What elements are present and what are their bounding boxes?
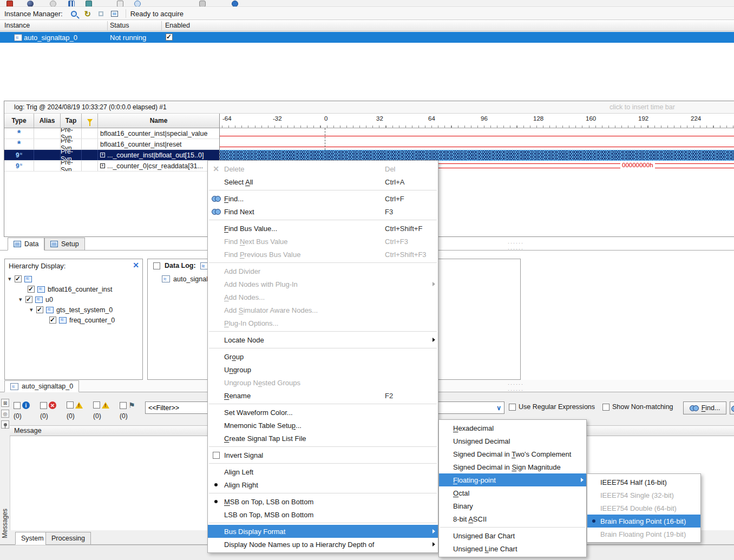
filter-column-button[interactable] [82, 114, 98, 128]
menu-item-bus-display-format[interactable]: Bus Display Format [208, 525, 438, 538]
run-analysis-button[interactable] [68, 8, 80, 19]
instance-enabled-checkbox[interactable] [166, 34, 173, 41]
read-data-button[interactable] [109, 8, 121, 19]
menu-item-brain-float-16[interactable]: Brain Floating Point (16-bit) [587, 515, 700, 528]
menu-item-msb-on-top[interactable]: MSB on Top, LSB on Bottom [208, 495, 438, 508]
collapse-arrow-icon[interactable]: ▾ [19, 296, 25, 303]
tree-node[interactable]: ▾ gts_test_system_0 [5, 305, 113, 315]
node-checkbox[interactable] [25, 296, 32, 303]
message-filter-input[interactable] [145, 401, 209, 414]
settings-icon[interactable] [199, 1, 206, 7]
messages-pin-button[interactable] [1, 420, 9, 429]
menu-item-display-node-names-depth[interactable]: Display Node Names up to a Hierarchy Dep… [208, 538, 438, 551]
signal-row-selected[interactable]: 9 Pre-Syn +..._counter_inst|bfloat_out[1… [4, 150, 219, 161]
menu-item-find-next[interactable]: Find NextF3 [208, 205, 438, 218]
splitter-handle[interactable]: ······ [508, 241, 524, 245]
menu-item-hexadecimal[interactable]: Hexadecimal [439, 421, 586, 434]
instance-row[interactable]: auto_signaltap_0 Not running [0, 32, 734, 43]
signal-row[interactable]: * Pre-Syn bfloat16_counter_inst|special_… [4, 128, 219, 139]
splitter-handle[interactable]: ······ [508, 247, 524, 251]
menu-item-binary[interactable]: Binary [439, 499, 586, 512]
close-icon[interactable]: ✕ [133, 261, 139, 269]
expand-icon[interactable]: + [100, 153, 105, 157]
node-checkbox[interactable] [49, 317, 56, 324]
column-tap[interactable]: Tap [61, 114, 82, 128]
menu-item-lsb-on-top[interactable]: LSB on Top, MSB on Bottom [208, 508, 438, 521]
timebar-hint[interactable]: click to insert time bar [610, 103, 675, 111]
tab-processing[interactable]: Processing [45, 532, 91, 545]
menu-item-unsigned-decimal[interactable]: Unsigned Decimal [439, 434, 586, 447]
menu-item-align-left[interactable]: Align Left [208, 465, 438, 478]
flag-filter-checkbox[interactable] [120, 402, 127, 409]
menu-item-rename[interactable]: RenameF2 [208, 389, 438, 402]
column-instance[interactable]: Instance [4, 22, 30, 29]
menu-item-find-bus-value[interactable]: Find Bus Value...Ctrl+Shift+F [208, 222, 438, 235]
menu-item-align-right[interactable]: Align Right [208, 478, 438, 491]
signal-row[interactable]: * Pre-Syn bfloat16_counter_inst|reset [4, 139, 219, 150]
tree-node-root[interactable]: ▾ [5, 274, 35, 284]
tab-setup[interactable]: Setup [44, 238, 85, 251]
node-checkbox[interactable] [15, 275, 22, 282]
column-type[interactable]: Type [4, 114, 34, 128]
collapse-arrow-icon[interactable]: ▾ [30, 306, 36, 313]
node-checkbox[interactable] [28, 286, 35, 293]
globe-icon[interactable] [27, 1, 34, 7]
splitter-handle[interactable]: ······ [508, 388, 524, 392]
tree-node[interactable]: ▾ u0 [5, 294, 53, 305]
error-filter-checkbox[interactable] [40, 402, 47, 409]
tree-node[interactable]: freq_counter_0 [5, 315, 115, 325]
menu-item-find[interactable]: Find...Ctrl+F [208, 192, 438, 205]
column-name[interactable]: Name [98, 114, 219, 128]
expand-icon[interactable]: + [100, 163, 105, 168]
new-file-icon[interactable] [6, 1, 13, 7]
regex-option[interactable]: Use Regular Expressions [509, 403, 595, 411]
autorun-analysis-button[interactable]: ↻ [82, 8, 94, 19]
tools-icon[interactable] [86, 1, 92, 7]
menu-item-unsigned-line-chart[interactable]: Unsigned Line Chart [439, 542, 586, 555]
search-icon[interactable] [134, 1, 141, 7]
report-icon[interactable] [50, 1, 56, 7]
time-ruler[interactable]: -64 -32 0 32 64 96 128 160 192 224 [219, 114, 734, 128]
menu-item-ungroup[interactable]: Ungroup [208, 363, 438, 376]
menu-item-create-signaltap-list-file[interactable]: Create Signal Tap List File [208, 432, 438, 445]
help-icon[interactable] [232, 1, 238, 7]
menu-item-locate-node[interactable]: Locate Node [208, 333, 438, 346]
regex-checkbox[interactable] [509, 404, 516, 411]
menu-item-8bit-ascii[interactable]: 8-bit ASCII [439, 512, 586, 525]
messages-target-button[interactable]: ◎ [1, 410, 9, 418]
messages-detach-button[interactable]: ⊠ [1, 399, 9, 407]
column-status[interactable]: Status [110, 22, 129, 29]
window-icon[interactable] [117, 1, 123, 7]
nonmatching-option[interactable]: Show Non-matching [602, 403, 673, 411]
tab-system[interactable]: System [15, 532, 50, 545]
menu-item-mnemonic-table-setup[interactable]: Mnemonic Table Setup... [208, 419, 438, 432]
node-checkbox[interactable] [36, 306, 43, 313]
menu-item-set-waveform-color[interactable]: Set Waveform Color... [208, 406, 438, 419]
signal-row[interactable]: 9 Pre-Syn +..._counter_0|csr_readdata[31… [4, 161, 219, 172]
tab-auto-signaltap[interactable]: auto_signaltap_0 [4, 380, 79, 392]
column-alias[interactable]: Alias [34, 114, 61, 128]
info-filter-checkbox[interactable] [14, 402, 21, 409]
menu-item-signed-sign-magnitude[interactable]: Signed Decimal in Sign Magnitude [439, 460, 586, 473]
menu-item-unsigned-bar-chart[interactable]: Unsigned Bar Chart [439, 529, 586, 542]
collapse-arrow-icon[interactable]: ▾ [8, 275, 15, 282]
menu-item-octal[interactable]: Octal [439, 486, 586, 499]
find-button[interactable]: Find... [683, 401, 726, 414]
nonmatching-checkbox[interactable] [602, 404, 610, 411]
tab-data[interactable]: Data [8, 238, 44, 251]
column-enabled[interactable]: Enabled [165, 22, 190, 29]
menu-item-select-all[interactable]: Select AllCtrl+A [208, 175, 438, 188]
data-log-checkbox[interactable] [153, 262, 160, 269]
find-next-button-partial[interactable] [730, 401, 734, 414]
menu-item-ieee754-half[interactable]: IEEE754 Half (16-bit) [587, 476, 700, 489]
menu-item-signed-twos-complement[interactable]: Signed Decimal in Two's Complement [439, 447, 586, 460]
warning-filter-checkbox[interactable] [93, 401, 100, 409]
invert-signal-checkbox[interactable] [213, 452, 220, 459]
menu-item-group[interactable]: Group [208, 350, 438, 363]
critical-warning-filter-checkbox[interactable] [67, 401, 74, 409]
tree-node[interactable]: bfloat16_counter_inst [5, 284, 113, 294]
menu-item-invert-signal[interactable]: Invert Signal [208, 449, 438, 462]
grid-icon[interactable] [68, 1, 75, 7]
menu-item-floating-point[interactable]: Floating-point [439, 473, 586, 486]
splitter-handle[interactable]: ······ [508, 383, 524, 386]
